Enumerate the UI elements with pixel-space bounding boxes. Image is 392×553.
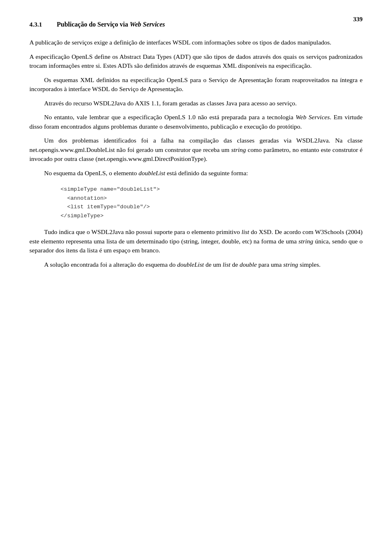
section-number: 4.3.1 <box>29 20 42 29</box>
section-title-italic: Web Services <box>130 21 165 28</box>
p7-before: No esquema da OpenLS, o elemento <box>44 169 138 176</box>
p9-middle: de um <box>204 261 223 268</box>
p9-before: A solução encontrada foi a alteração do … <box>44 261 177 268</box>
paragraph-3: Os esquemas XML definidos na especificaç… <box>29 76 363 94</box>
p9-italic3: double <box>240 261 257 268</box>
page-number: 339 <box>353 15 363 24</box>
p8-before: Tudo indica que o WSDL2Java não possui s… <box>44 228 241 235</box>
p9-italic1: doubleList <box>177 261 204 268</box>
code-line-1: <simpleType name="doubleList"> <box>54 185 363 194</box>
p9-italic4: string <box>283 261 298 268</box>
paragraph-9: A solução encontrada foi a alteração do … <box>29 260 363 269</box>
code-block: <simpleType name="doubleList"> <annotati… <box>54 185 363 220</box>
code-line-4: </simpleType> <box>54 212 363 221</box>
p6-italic: string <box>231 146 246 153</box>
paragraph-4: Através do recurso WSDL2Java do AXIS 1.1… <box>29 99 363 108</box>
p5-italic: Web Services <box>296 114 330 120</box>
paragraph-2: A especificação OpenLS define os Abstrac… <box>29 52 363 71</box>
page: 339 4.3.1 Publicação do Serviço via Web … <box>0 0 392 553</box>
p7-italic: doubleList <box>138 169 165 176</box>
section-title-normal: Publicação do Serviço via <box>57 21 130 28</box>
p9-end: simples. <box>298 261 321 268</box>
p8-italic2: string <box>298 238 313 245</box>
p5-before: No entanto, vale lembrar que a especific… <box>44 114 296 120</box>
p7-after: está definido da seguinte forma: <box>165 169 248 176</box>
p9-final: para uma <box>257 261 283 268</box>
code-line-2: <annotation> <box>54 194 363 203</box>
p9-after2: de <box>230 261 239 268</box>
paragraph-5: No entanto, vale lembrar que a especific… <box>29 113 363 131</box>
p8-italic1: list <box>241 228 249 235</box>
paragraph-6: Um dos problemas identificados foi a fal… <box>29 136 363 163</box>
code-line-3: <list itemType="double"/> <box>54 203 363 212</box>
section-title: Publicação do Serviço via Web Services <box>57 20 165 29</box>
p9-italic2: list <box>223 261 230 268</box>
paragraph-8: Tudo indica que o WSDL2Java não possui s… <box>29 227 363 255</box>
section-heading: 4.3.1 Publicação do Serviço via Web Serv… <box>29 20 363 29</box>
paragraph-1: A publicação de serviços exige a definiç… <box>29 38 363 47</box>
paragraph-7: No esquema da OpenLS, o elemento doubleL… <box>29 169 363 178</box>
